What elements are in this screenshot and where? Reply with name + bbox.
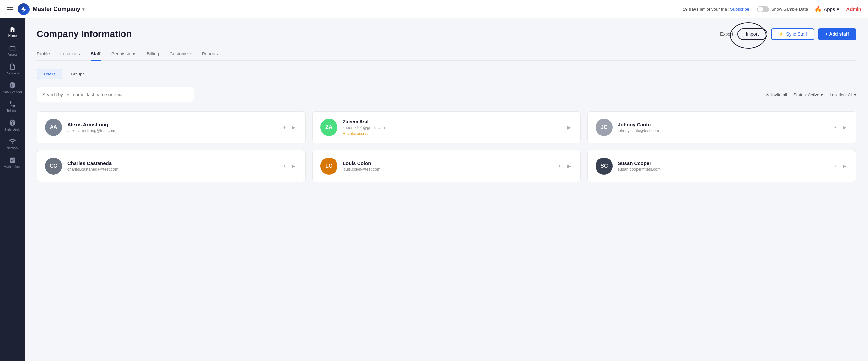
user-email-3: johnny.cantu@test.com (618, 128, 826, 133)
sub-tab-groups[interactable]: Groups (64, 69, 92, 79)
tab-reports[interactable]: Reports (202, 48, 218, 60)
apps-chevron-icon: ▾ (837, 6, 839, 12)
chevron-down-icon: ▾ (83, 7, 84, 11)
sidebar-item-telecom-label: Telecom (6, 109, 19, 112)
sidebar-item-contracts-label: Contracts (6, 71, 20, 75)
import-wrapper: Import (737, 28, 768, 40)
card-actions-2: ▶ (565, 124, 572, 131)
user-card-6[interactable]: SC Susan Cooper susan.cooper@test.com ✈ … (587, 150, 856, 182)
avatar-4: CC (45, 158, 62, 174)
sidebar-item-network[interactable]: Network (0, 135, 25, 153)
sample-data-toggle-area: Show Sample Data (757, 6, 808, 12)
apps-label: Apps (824, 6, 835, 12)
sidebar-item-saas[interactable]: SaaS/Vendor (0, 78, 25, 97)
sync-staff-label: Sync Staff (786, 32, 807, 37)
avatar-5: LC (320, 158, 338, 174)
subscribe-link[interactable]: Subscribe (730, 6, 749, 11)
trial-info: 19 days left of your trial: Subscribe (683, 6, 749, 11)
user-card-5[interactable]: LC Louis Colon louis.colon@test.com ✈ ▶ (312, 150, 581, 182)
user-card-4[interactable]: CC Charles Castaneda charles.castaneda@t… (37, 150, 306, 182)
sample-data-label: Show Sample Data (772, 6, 808, 11)
sync-staff-button[interactable]: ⚡ Sync Staff (771, 28, 814, 40)
sidebar-item-assets[interactable]: Assets (0, 41, 25, 60)
sidebar-item-telecom[interactable]: Telecom (0, 97, 25, 116)
sidebar-item-home[interactable]: Home (0, 22, 25, 41)
user-name-6: Susan Cooper (618, 161, 826, 166)
menu-button[interactable] (6, 7, 13, 11)
apps-menu[interactable]: 🔥 Apps ▾ (814, 6, 839, 13)
tab-customize[interactable]: Customize (169, 48, 191, 60)
sidebar-item-contracts[interactable]: Contracts (0, 60, 25, 78)
video-icon-5[interactable]: ▶ (565, 162, 572, 170)
video-icon-1[interactable]: ▶ (290, 124, 298, 131)
location-label: Location: All (830, 92, 852, 97)
invite-all-button[interactable]: ✉ Invite all (766, 92, 787, 97)
tab-locations[interactable]: Locations (60, 48, 80, 60)
send-icon-6[interactable]: ✈ (832, 162, 839, 170)
user-name-4: Charles Castaneda (67, 161, 276, 166)
company-name-dropdown[interactable]: Master Company ▾ (33, 6, 84, 12)
card-actions-5: ✈ ▶ (556, 162, 572, 170)
status-filter[interactable]: Status: Active ▾ (794, 92, 823, 97)
card-actions-3: ✈ ▶ (832, 124, 848, 131)
tab-profile[interactable]: Profile (37, 48, 50, 60)
toolbar: ✉ Invite all Status: Active ▾ Location: … (37, 87, 856, 102)
apps-icon: 🔥 (814, 6, 822, 13)
send-icon-1[interactable]: ✈ (281, 124, 288, 131)
sample-data-toggle[interactable] (757, 6, 769, 12)
page-header: Company Information Export Import ⚡ Sync… (37, 28, 856, 40)
invite-icon: ✉ (766, 92, 769, 97)
user-email-2: zaeemk101@gmail.com (343, 125, 560, 130)
admin-menu[interactable]: Admin (846, 6, 862, 12)
tab-billing[interactable]: Billing (147, 48, 159, 60)
tab-staff[interactable]: Staff (91, 48, 101, 60)
sidebar-item-home-label: Home (8, 34, 17, 38)
card-actions-1: ✈ ▶ (281, 124, 298, 131)
video-icon-6[interactable]: ▶ (841, 162, 848, 170)
send-icon-4[interactable]: ✈ (281, 162, 288, 170)
import-button[interactable]: Import (737, 28, 768, 40)
company-logo (18, 3, 30, 15)
video-icon-3[interactable]: ▶ (841, 124, 848, 131)
sidebar-item-helpdesk-label: Help Desk (5, 128, 20, 131)
status-label: Status: Active (794, 92, 819, 97)
location-chevron-icon: ▾ (854, 92, 856, 97)
video-icon-4[interactable]: ▶ (290, 162, 298, 170)
toolbar-right: ✉ Invite all Status: Active ▾ Location: … (766, 92, 856, 97)
user-info-2: Zaeem Asif zaeemk101@gmail.com Revoke ac… (343, 119, 560, 136)
page-title: Company Information (37, 29, 132, 39)
user-name-3: Johnny Cantu (618, 122, 826, 127)
user-card-3[interactable]: JC Johnny Cantu johnny.cantu@test.com ✈ … (587, 111, 856, 143)
invite-all-label: Invite all (771, 92, 787, 97)
avatar-3: JC (595, 119, 613, 136)
user-card-2[interactable]: ZA Zaeem Asif zaeemk101@gmail.com Revoke… (312, 111, 581, 143)
location-filter[interactable]: Location: All ▾ (830, 92, 856, 97)
sync-icon: ⚡ (778, 32, 784, 37)
trial-days: 19 days (683, 6, 699, 11)
export-button[interactable]: Export (720, 32, 733, 37)
avatar-2: ZA (320, 119, 338, 136)
send-icon-5[interactable]: ✈ (556, 162, 563, 170)
sub-tab-users[interactable]: Users (37, 69, 62, 79)
send-icon-3[interactable]: ✈ (832, 124, 839, 131)
user-card-1[interactable]: AA Alexis Armstrong alexis.armstrong@tes… (37, 111, 306, 143)
user-info-4: Charles Castaneda charles.castaneda@test… (67, 161, 276, 172)
user-email-6: susan.cooper@test.com (618, 167, 826, 172)
main-content: Company Information Export Import ⚡ Sync… (25, 19, 868, 361)
sidebar-item-marketplace-label: Marketplace (4, 165, 21, 169)
sidebar-item-network-label: Network (6, 146, 19, 150)
user-name-2: Zaeem Asif (343, 119, 560, 124)
sidebar-item-marketplace[interactable]: Marketplace (0, 153, 25, 172)
card-actions-4: ✈ ▶ (281, 162, 298, 170)
user-info-6: Susan Cooper susan.cooper@test.com (618, 161, 826, 172)
revoke-access-2[interactable]: Revoke access (343, 131, 560, 136)
sidebar-item-assets-label: Assets (7, 53, 18, 57)
company-name-label: Master Company (33, 6, 81, 12)
video-icon-2[interactable]: ▶ (565, 124, 572, 131)
tab-permissions[interactable]: Permissions (111, 48, 136, 60)
user-email-1: alexis.armstrong@test.com (67, 128, 276, 133)
main-tabs: Profile Locations Staff Permissions Bill… (37, 48, 856, 61)
search-input[interactable] (37, 87, 194, 102)
add-staff-button[interactable]: + Add staff (818, 28, 856, 40)
sidebar-item-helpdesk[interactable]: Help Desk (0, 116, 25, 135)
